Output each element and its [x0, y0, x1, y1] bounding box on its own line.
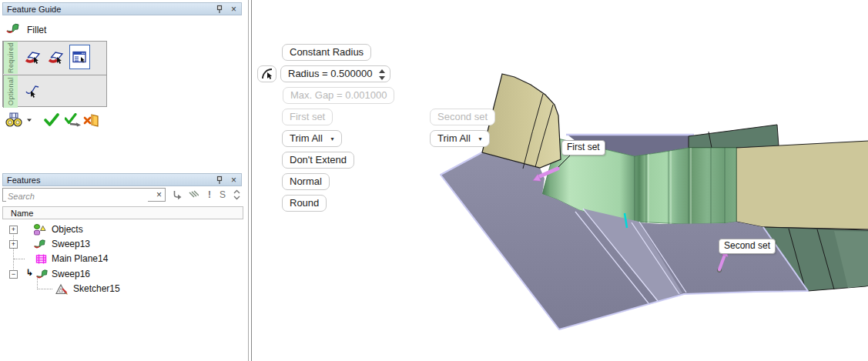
expander-icon[interactable]: −	[9, 270, 18, 279]
sort-icon[interactable]	[230, 189, 243, 201]
active-feature-arrow-icon: ↳	[26, 268, 33, 278]
tree-item-label[interactable]: Sketcher15	[73, 283, 120, 294]
second-set-annotation: Second set	[719, 239, 776, 254]
radius-value-text: Radius = 0.500000	[288, 68, 373, 79]
trim-all-dropdown-second[interactable]: Trim All ▾	[430, 130, 490, 147]
sweep-icon	[35, 268, 49, 281]
trim-all-label: Trim All	[437, 132, 471, 144]
tree-row-objects[interactable]: + Objects	[0, 222, 243, 237]
required-section-label: Required	[3, 42, 18, 74]
feature-guide-title: Feature Guide	[7, 5, 61, 14]
fillet-feature-icon	[5, 22, 20, 38]
tree-row-sketcher15[interactable]: Sketcher15	[0, 282, 243, 296]
close-icon[interactable]: ×	[231, 3, 236, 15]
first-set-button: First set	[282, 109, 333, 125]
check-arrow-icon	[65, 113, 82, 127]
features-titlebar: Features ×	[2, 173, 242, 186]
dropdown-caret-icon	[26, 118, 32, 122]
dont-extend-button[interactable]: Don't Extend	[282, 152, 354, 169]
apply-next-button[interactable]	[65, 112, 82, 129]
ok-button[interactable]	[44, 112, 59, 129]
normal-button[interactable]: Normal	[282, 173, 330, 190]
expander-icon[interactable]: +	[9, 240, 18, 249]
chevron-down-icon: ▾	[478, 135, 481, 142]
close-icon[interactable]: ×	[231, 174, 236, 186]
tree-item-label[interactable]: Sweep16	[52, 269, 90, 279]
optional-row: Optional	[3, 75, 106, 108]
round-button[interactable]: Round	[282, 195, 327, 212]
sketch-icon	[55, 282, 68, 296]
goto-feature-icon[interactable]	[170, 189, 183, 201]
tree-item-label[interactable]: Main Plane14	[52, 253, 108, 264]
upper-slab-faces	[689, 125, 779, 148]
current-feature-row: Fillet	[5, 23, 46, 37]
fillet-optional-icon-button[interactable]	[23, 81, 43, 101]
tree-row-sweep13[interactable]: + Sweep13	[0, 237, 243, 252]
chevron-down-icon: ▾	[330, 135, 333, 142]
expander-icon[interactable]: +	[9, 226, 18, 234]
fillet-dialog-button[interactable]	[69, 45, 90, 69]
pin-icon[interactable]	[215, 5, 224, 14]
3d-viewport[interactable]: Constant Radius Radius = 0.500000 Max. G…	[251, 0, 868, 361]
features-title: Features	[7, 175, 40, 185]
optional-section-label: Optional	[3, 75, 18, 108]
find-options-button[interactable]	[5, 112, 32, 129]
second-set-button: Second set	[430, 109, 495, 125]
search-input[interactable]	[6, 190, 148, 202]
filter-s-icon[interactable]: S	[216, 189, 229, 201]
radius-field[interactable]: Radius = 0.500000	[280, 65, 390, 82]
filter-important-icon[interactable]: !	[203, 189, 216, 201]
cancel-button[interactable]	[83, 112, 100, 129]
feature-steps-box: Required	[2, 41, 107, 107]
objects-icon	[33, 223, 46, 236]
fillet-faces-icon-button[interactable]	[46, 47, 66, 67]
tree-row-main-plane14[interactable]: Main Plane14	[0, 252, 243, 266]
sweep-icon	[33, 238, 46, 251]
pin-icon[interactable]	[215, 175, 224, 185]
constant-radius-button[interactable]: Constant Radius	[282, 44, 371, 61]
exit-door-icon	[83, 113, 100, 128]
feature-guide-titlebar: Feature Guide ×	[2, 2, 242, 15]
tree-item-label[interactable]: Objects	[52, 224, 83, 235]
search-box: ×	[2, 188, 166, 202]
radius-spinner[interactable]	[379, 69, 384, 80]
fillet-arc-icon	[260, 67, 278, 82]
tree-column-header: Name	[2, 206, 243, 219]
filter-suppressed-icon[interactable]	[187, 189, 199, 201]
fillet-edges-icon-button[interactable]	[23, 47, 43, 67]
clear-search-icon[interactable]: ×	[156, 189, 162, 200]
trim-all-dropdown-first[interactable]: Trim All ▾	[282, 130, 342, 147]
tan-band-face	[736, 141, 868, 229]
required-row: Required	[3, 42, 106, 74]
check-icon	[44, 113, 59, 127]
tree-row-sweep16[interactable]: − ↳ Sweep16	[0, 267, 243, 282]
max-gap-field: Max. Gap = 0.001000	[283, 87, 394, 104]
sidebar: Feature Guide × Fillet Required	[0, 0, 249, 361]
first-set-annotation: First set	[561, 140, 605, 155]
cad-application: Feature Guide × Fillet Required	[0, 0, 868, 361]
trim-all-label: Trim All	[290, 132, 323, 144]
plane-icon	[35, 252, 48, 266]
feature-guide-toolbar	[0, 112, 116, 130]
feature-name: Fillet	[27, 25, 46, 35]
tree-item-label[interactable]: Sweep13	[52, 239, 90, 249]
fillet-arc-button[interactable]	[257, 65, 276, 82]
binoculars-icon	[5, 112, 23, 128]
